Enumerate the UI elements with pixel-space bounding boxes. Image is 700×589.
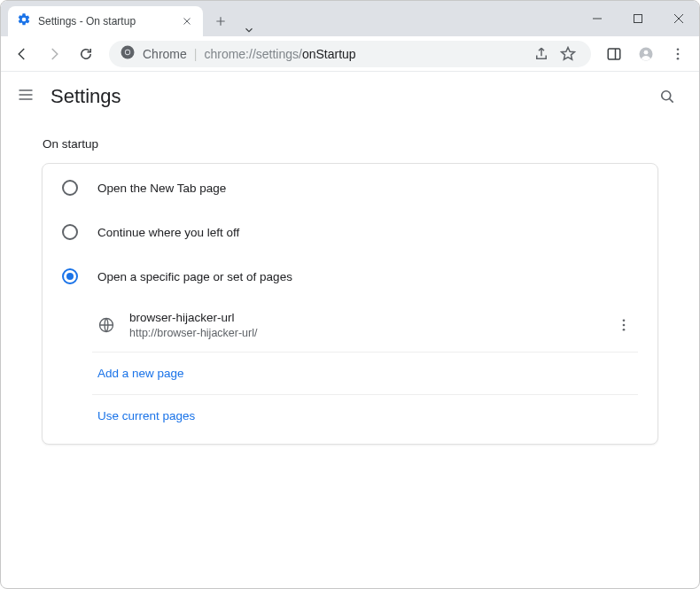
tab-search-button[interactable] [233,24,265,36]
tab-title: Settings - On startup [38,15,173,27]
svg-point-9 [677,57,680,59]
radio-icon [62,224,78,240]
chrome-icon [120,44,136,63]
startup-page-entry: browser-hijacker-url http://browser-hija… [92,298,638,353]
radio-open-new-tab[interactable]: Open the New Tab page [43,166,657,210]
title-bar: Settings - On startup [1,1,699,36]
svg-point-8 [677,52,680,55]
svg-rect-4 [608,49,620,59]
profile-button[interactable] [632,40,660,68]
new-tab-button[interactable] [208,9,233,34]
startup-card: Open the New Tab page Continue where you… [42,163,658,445]
settings-header: Settings [1,72,699,121]
page-entry-url: http://browser-hijacker-url/ [129,327,258,339]
page-entry-title: browser-hijacker-url [129,311,258,324]
page-text: browser-hijacker-url http://browser-hija… [129,311,258,339]
close-window-button[interactable] [658,1,699,36]
section-title: On startup [1,121,699,163]
minimize-button[interactable] [577,1,618,36]
svg-point-6 [644,50,649,54]
content: On startup Open the New Tab page Continu… [1,121,699,462]
radio-label: Open the New Tab page [97,182,226,195]
use-current-pages-button[interactable]: Use current pages [92,395,638,437]
gear-icon [17,12,31,30]
search-button[interactable] [651,81,683,112]
svg-point-7 [677,48,680,50]
radio-specific-pages[interactable]: Open a specific page or set of pages [43,254,657,298]
specific-pages-subsection: browser-hijacker-url http://browser-hija… [43,298,657,442]
window-controls [577,1,699,36]
svg-rect-0 [634,15,642,23]
svg-point-12 [623,319,626,322]
menu-button[interactable] [17,86,35,107]
bookmark-button[interactable] [556,42,580,66]
radio-continue[interactable]: Continue where you left off [43,210,657,254]
omnibox-app-label: Chrome [143,47,187,61]
maximize-button[interactable] [618,1,658,36]
radio-icon [62,268,78,284]
page-title: Settings [51,85,121,108]
omnibox-url: chrome://settings/onStartup [204,47,355,61]
svg-point-10 [662,91,671,100]
back-button[interactable] [8,40,36,68]
toolbar: Chrome | chrome://settings/onStartup [1,36,699,72]
forward-button[interactable] [40,40,68,68]
chrome-menu-button[interactable] [664,40,692,68]
browser-tab[interactable]: Settings - On startup [8,6,203,36]
omnibox-separator: | [194,47,198,61]
radio-label: Open a specific page or set of pages [97,270,292,283]
globe-icon [97,316,115,334]
add-page-button[interactable]: Add a new page [92,353,638,395]
address-bar[interactable]: Chrome | chrome://settings/onStartup [109,41,591,67]
svg-point-3 [126,50,130,55]
radio-label: Continue where you left off [97,226,239,239]
share-button[interactable] [529,42,554,66]
svg-point-14 [623,329,626,331]
radio-icon [62,180,78,196]
omnibox-actions [529,42,580,66]
side-panel-button[interactable] [600,40,628,68]
svg-point-13 [623,324,626,327]
page-entry-more-button[interactable] [610,311,638,339]
close-tab-button[interactable] [180,14,194,28]
reload-button[interactable] [72,40,100,68]
